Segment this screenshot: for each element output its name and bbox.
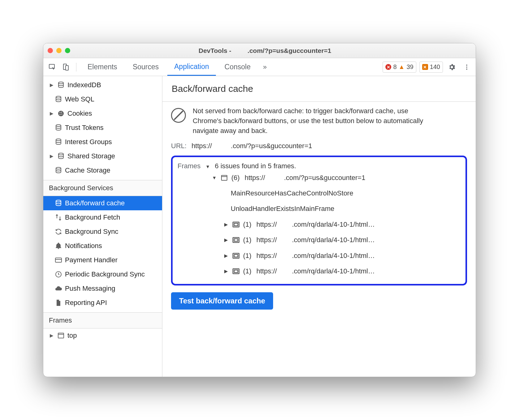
bfcache-reason: MainResourceHasCacheControlNoStore bbox=[178, 186, 461, 201]
svg-point-17 bbox=[56, 200, 61, 202]
sidebar-item-label: Trust Tokens bbox=[65, 124, 104, 132]
device-toolbar-button[interactable] bbox=[60, 61, 72, 73]
warning-count: 39 bbox=[406, 63, 413, 71]
url-value: https:// .com/?p=us&guccounter=1 bbox=[191, 142, 312, 150]
collapse-arrow-icon[interactable]: ▼ bbox=[212, 175, 217, 181]
application-sidebar: ▶ IndexedDB Web SQL ▶ Cookies Trust Toke… bbox=[43, 76, 162, 377]
database-icon bbox=[54, 138, 62, 146]
sidebar-item-frame-top[interactable]: ▶ top bbox=[43, 328, 162, 343]
sidebar-item-label: Periodic Background Sync bbox=[65, 270, 145, 278]
database-icon bbox=[54, 167, 62, 174]
sidebar-item-shared-storage[interactable]: ▶ Shared Storage bbox=[43, 149, 162, 163]
iframe-icon bbox=[232, 236, 240, 244]
svg-point-11 bbox=[62, 114, 62, 115]
database-icon bbox=[54, 199, 62, 207]
svg-rect-20 bbox=[58, 333, 64, 338]
frame-count: (1) bbox=[243, 221, 251, 229]
window-icon bbox=[220, 174, 228, 182]
frame-url: https:// .com/rq/darla/4-10-1/html… bbox=[255, 221, 375, 229]
expand-arrow-icon[interactable]: ▶ bbox=[223, 268, 229, 274]
more-menu-button[interactable] bbox=[461, 61, 473, 73]
sidebar-item-push-messaging[interactable]: Push Messaging bbox=[43, 281, 162, 296]
sidebar-item-background-sync[interactable]: Background Sync bbox=[43, 225, 162, 239]
cookie-icon bbox=[57, 110, 65, 117]
console-status-badge[interactable]: ✕ 8 ▲ 39 bbox=[383, 62, 416, 73]
sidebar-item-cookies[interactable]: ▶ Cookies bbox=[43, 106, 162, 121]
frames-label: Frames bbox=[178, 162, 201, 170]
frame-row-root[interactable]: ▼ (6) https:// .com/?p=us&guccounter=1 bbox=[178, 170, 461, 186]
sidebar-item-interest-groups[interactable]: Interest Groups bbox=[43, 135, 162, 149]
sidebar-item-label: Background Sync bbox=[65, 228, 118, 236]
svg-point-4 bbox=[466, 66, 467, 68]
bfcache-reason: UnloadHandlerExistsInMainFrame bbox=[178, 201, 461, 216]
expand-arrow-icon: ▶ bbox=[49, 111, 54, 116]
sidebar-item-label: Shared Storage bbox=[67, 152, 115, 160]
sidebar-section-background-services: Background Services bbox=[43, 180, 162, 196]
transfer-icon bbox=[54, 214, 62, 221]
document-icon bbox=[54, 299, 62, 306]
svg-point-12 bbox=[60, 114, 61, 115]
inspect-element-button[interactable] bbox=[46, 61, 58, 73]
sync-icon bbox=[54, 228, 62, 235]
sidebar-item-periodic-bg-sync[interactable]: Periodic Background Sync bbox=[43, 267, 162, 281]
sidebar-item-label: Reporting API bbox=[65, 299, 107, 307]
svg-point-3 bbox=[466, 64, 467, 66]
expand-arrow-icon[interactable]: ▶ bbox=[223, 222, 229, 227]
panel-title: Back/forward cache bbox=[162, 76, 476, 102]
error-count: 8 bbox=[393, 63, 397, 71]
sidebar-item-indexeddb[interactable]: ▶ IndexedDB bbox=[43, 78, 162, 92]
sidebar-item-trust-tokens[interactable]: Trust Tokens bbox=[43, 121, 162, 135]
svg-rect-2 bbox=[66, 66, 68, 70]
sidebar-item-payment-handler[interactable]: Payment Handler bbox=[43, 253, 162, 267]
sidebar-item-background-fetch[interactable]: Background Fetch bbox=[43, 210, 162, 225]
database-icon bbox=[57, 81, 65, 89]
sidebar-item-label: Web SQL bbox=[65, 95, 94, 103]
devtools-window: DevTools - .com/?p=us&guccounter=1 Eleme… bbox=[43, 43, 476, 377]
frame-count: (1) bbox=[243, 267, 251, 275]
sidebar-item-label: Notifications bbox=[65, 242, 102, 250]
warning-icon: ▲ bbox=[399, 63, 405, 71]
svg-rect-29 bbox=[234, 270, 238, 272]
frame-url: https:// .com/rq/darla/4-10-1/html… bbox=[255, 236, 375, 244]
database-icon bbox=[54, 124, 62, 131]
sidebar-item-cache-storage[interactable]: Cache Storage bbox=[43, 163, 162, 178]
settings-button[interactable] bbox=[446, 61, 458, 73]
frame-row-child[interactable]: ▶ (1) https:// .com/rq/darla/4-10-1/html… bbox=[178, 264, 461, 279]
frame-row-child[interactable]: ▶ (1) https:// .com/rq/darla/4-10-1/html… bbox=[178, 248, 461, 264]
blocked-icon bbox=[171, 108, 186, 123]
expand-arrow-icon: ▶ bbox=[49, 333, 54, 338]
sidebar-item-label: Push Messaging bbox=[65, 285, 115, 293]
issues-badge[interactable]: ✕ 140 bbox=[419, 62, 443, 73]
info-message: Not served from back/forward cache: to t… bbox=[171, 106, 467, 136]
sidebar-item-websql[interactable]: Web SQL bbox=[43, 92, 162, 106]
svg-rect-27 bbox=[234, 255, 238, 257]
svg-point-7 bbox=[56, 96, 61, 98]
database-icon bbox=[54, 96, 62, 103]
svg-point-15 bbox=[58, 153, 63, 155]
window-titlebar: DevTools - .com/?p=us&guccounter=1 bbox=[43, 43, 476, 58]
svg-point-16 bbox=[56, 167, 61, 169]
sidebar-item-label: Interest Groups bbox=[65, 138, 112, 146]
svg-rect-0 bbox=[49, 64, 54, 68]
expand-arrow-icon[interactable]: ▶ bbox=[223, 253, 229, 259]
sidebar-item-label: Cache Storage bbox=[65, 166, 110, 174]
svg-rect-23 bbox=[234, 223, 238, 226]
info-text: Not served from back/forward cache: to t… bbox=[193, 106, 434, 136]
issues-count: 140 bbox=[430, 63, 440, 71]
bell-icon bbox=[54, 242, 62, 250]
sidebar-item-notifications[interactable]: Notifications bbox=[43, 239, 162, 253]
window-title: DevTools - .com/?p=us&guccounter=1 bbox=[43, 43, 476, 62]
frame-row-child[interactable]: ▶ (1) https:// .com/rq/darla/4-10-1/html… bbox=[178, 217, 461, 232]
iframe-icon bbox=[232, 221, 240, 228]
test-bfcache-button[interactable]: Test back/forward cache bbox=[171, 292, 273, 310]
expand-arrow-icon[interactable]: ▶ bbox=[223, 237, 229, 243]
more-tabs-button[interactable]: » bbox=[259, 63, 270, 71]
frames-summary: 6 issues found in 5 frames. bbox=[215, 162, 296, 170]
sidebar-item-bfcache[interactable]: Back/forward cache bbox=[43, 196, 162, 210]
frame-row-child[interactable]: ▶ (1) https:// .com/rq/darla/4-10-1/html… bbox=[178, 232, 461, 248]
collapse-arrow-icon[interactable]: ▼ bbox=[205, 164, 211, 169]
sidebar-item-reporting-api[interactable]: Reporting API bbox=[43, 296, 162, 310]
svg-rect-21 bbox=[221, 175, 227, 180]
sidebar-item-label: Cookies bbox=[67, 109, 92, 118]
credit-card-icon bbox=[54, 256, 62, 264]
